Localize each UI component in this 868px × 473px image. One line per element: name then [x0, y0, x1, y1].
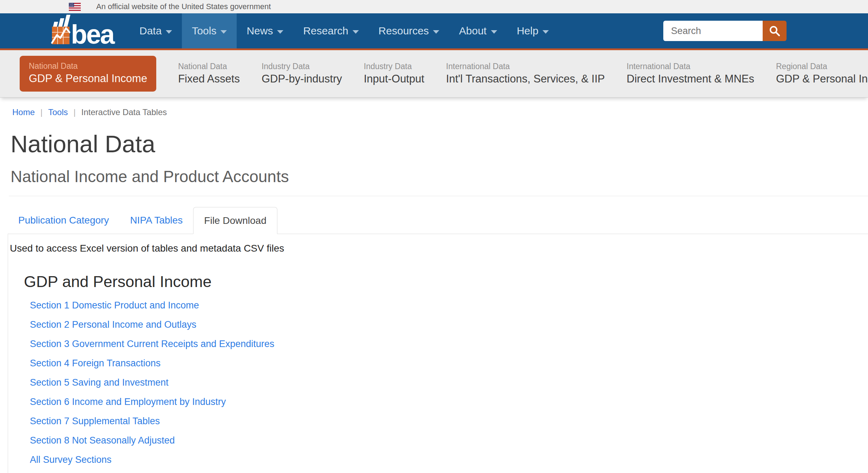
nav-item-data[interactable]: Data [130, 13, 182, 48]
section-heading: GDP and Personal Income [24, 274, 868, 289]
quicklink-fixed-assets[interactable]: National Data Fixed Assets [178, 62, 240, 85]
quicklink-label: Int'l Transactions, Services, & IIP [446, 73, 605, 85]
nav-item-news[interactable]: News [237, 13, 293, 48]
tab-label: File Download [204, 215, 266, 226]
breadcrumb: Home | Tools | Interactive Data Tables [12, 107, 868, 117]
bea-logo-text: bea [71, 19, 115, 48]
nav-item-label: Research [303, 25, 348, 37]
list-item: Section 2 Personal Income and Outlays [30, 320, 868, 329]
nav-item-label: Resources [379, 25, 429, 37]
search-button[interactable] [763, 21, 787, 41]
section-8-link[interactable]: Section 8 Not Seasonally Adjusted [30, 435, 175, 446]
breadcrumb-home-link[interactable]: Home [12, 107, 35, 117]
quicklink-label: GDP & Personal Income [776, 73, 868, 85]
section-5-link[interactable]: Section 5 Saving and Investment [30, 377, 169, 388]
list-item: Section 8 Not Seasonally Adjusted [30, 436, 868, 445]
bea-logo[interactable]: bea [50, 13, 122, 48]
us-flag-icon [69, 3, 81, 11]
search-bar [663, 21, 787, 41]
breadcrumb-current: Interactive Data Tables [81, 107, 167, 117]
tab-label: Publication Category [18, 215, 109, 226]
list-item: Section 4 Foreign Transactions [30, 359, 868, 368]
header-divider [9, 196, 868, 196]
chevron-down-icon [433, 30, 439, 34]
page-subtitle: National Income and Product Accounts [11, 168, 868, 185]
list-item: Section 7 Supplemental Tables [30, 417, 868, 426]
quicklink-label: GDP-by-industry [262, 73, 342, 85]
nav-item-research[interactable]: Research [293, 13, 368, 48]
search-input[interactable] [663, 21, 763, 41]
quicklink-category: National Data [29, 62, 147, 70]
quicklink-label: Direct Investment & MNEs [627, 73, 754, 85]
nav-item-label: Help [517, 25, 539, 37]
section-link-list: Section 1 Domestic Product and Income Se… [30, 301, 868, 465]
nav-item-label: About [459, 25, 486, 37]
chevron-down-icon [491, 30, 497, 34]
section-4-link[interactable]: Section 4 Foreign Transactions [30, 358, 160, 368]
quicklink-direct-investment[interactable]: International Data Direct Investment & M… [627, 62, 754, 85]
quicklink-label: Input-Output [364, 73, 424, 85]
breadcrumb-separator: | [73, 107, 75, 117]
tab-publication-category[interactable]: Publication Category [8, 207, 119, 234]
primary-nav: Data Tools News Research Resources About… [130, 13, 559, 48]
quicklink-category: International Data [446, 62, 605, 71]
all-survey-sections-link[interactable]: All Survey Sections [30, 454, 112, 465]
page-title: National Data [11, 132, 868, 156]
tab-file-download[interactable]: File Download [193, 207, 277, 234]
quicklink-input-output[interactable]: Industry Data Input-Output [364, 62, 424, 85]
quicklink-regional-gdp[interactable]: Regional Data GDP & Personal Income [776, 62, 868, 85]
nav-item-resources[interactable]: Resources [369, 13, 449, 48]
nav-item-label: News [246, 25, 273, 37]
list-item: Section 6 Income and Employment by Indus… [30, 397, 868, 407]
tab-nipa-tables[interactable]: NIPA Tables [119, 207, 193, 234]
tab-label: NIPA Tables [130, 215, 183, 226]
breadcrumb-tools-link[interactable]: Tools [48, 107, 68, 117]
nav-item-label: Tools [192, 25, 216, 37]
chevron-down-icon [166, 30, 172, 34]
nav-item-label: Data [139, 25, 162, 37]
chevron-down-icon [353, 30, 359, 34]
quicklink-national-gdp[interactable]: National Data GDP & Personal Income [20, 56, 156, 92]
chevron-down-icon [542, 30, 549, 34]
chevron-down-icon [277, 30, 283, 34]
quicklink-label: Fixed Assets [178, 73, 240, 85]
gov-banner: An official website of the United States… [0, 0, 868, 13]
list-item: All Survey Sections [30, 455, 868, 465]
section-3-link[interactable]: Section 3 Government Current Receipts an… [30, 339, 274, 349]
section-1-link[interactable]: Section 1 Domestic Product and Income [30, 300, 199, 311]
chevron-down-icon [221, 30, 227, 34]
list-item: Section 5 Saving and Investment [30, 378, 868, 387]
section-7-link[interactable]: Section 7 Supplemental Tables [30, 416, 160, 426]
section-2-link[interactable]: Section 2 Personal Income and Outlays [30, 319, 196, 330]
quicklink-label: GDP & Personal Income [29, 73, 147, 85]
nav-item-tools[interactable]: Tools [182, 13, 237, 48]
quicklink-gdp-by-industry[interactable]: Industry Data GDP-by-industry [262, 62, 342, 85]
breadcrumb-separator: | [40, 107, 42, 117]
section-6-link[interactable]: Section 6 Income and Employment by Indus… [30, 397, 226, 407]
quicklink-category: Industry Data [262, 62, 342, 71]
data-category-bar: National Data GDP & Personal Income Nati… [0, 50, 868, 98]
search-icon [769, 25, 781, 37]
quicklink-intl-transactions[interactable]: International Data Int'l Transactions, S… [446, 62, 605, 85]
file-download-panel: Used to access Excel version of tables a… [8, 234, 868, 473]
nav-item-about[interactable]: About [449, 13, 507, 48]
list-item: Section 1 Domestic Product and Income [30, 301, 868, 310]
gov-banner-text: An official website of the United States… [96, 2, 271, 11]
tab-bar: Publication Category NIPA Tables File Do… [8, 207, 868, 234]
panel-description: Used to access Excel version of tables a… [10, 243, 868, 254]
list-item: Section 3 Government Current Receipts an… [30, 339, 868, 349]
quicklink-category: National Data [178, 62, 240, 71]
main-navbar: bea Data Tools News Research Resources A… [0, 13, 868, 50]
quicklink-category: Regional Data [776, 62, 868, 71]
nav-item-help[interactable]: Help [507, 13, 559, 48]
quicklink-category: International Data [627, 62, 754, 71]
quicklink-category: Industry Data [364, 62, 424, 71]
